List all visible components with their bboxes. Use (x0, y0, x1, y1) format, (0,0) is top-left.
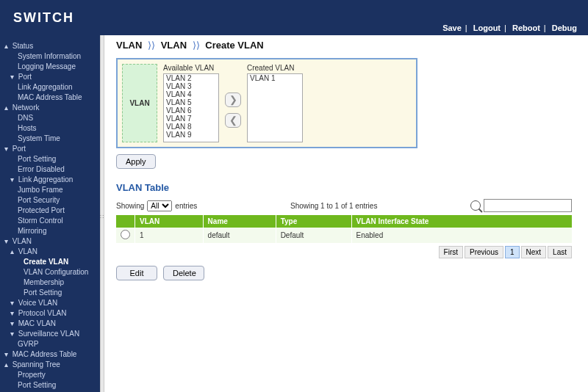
showing-prefix: Showing (116, 202, 144, 210)
vlan-table: VLAN Name Type VLAN Interface State 1def… (116, 215, 572, 243)
pager-next[interactable]: Next (521, 246, 547, 258)
sidebar-item-surveillance-vlan[interactable]: ▾ Surveillance VLAN (0, 329, 100, 339)
crumb-sep: ⟩⟩ (145, 40, 158, 51)
sidebar-item-gvrp[interactable]: GVRP (0, 339, 100, 349)
list-item[interactable]: VLAN 7 (164, 115, 218, 123)
sidebar-item-status[interactable]: ▴ Status (0, 41, 100, 51)
list-item[interactable]: VLAN 2 (164, 74, 218, 82)
crumb-1: VLAN (161, 40, 187, 51)
cell-vlan: 1 (135, 228, 204, 243)
sidebar-item-vlan[interactable]: ▾ VLAN (0, 236, 100, 247)
sidebar-item-spanning-tree[interactable]: ▴ Spanning Tree (0, 360, 100, 370)
pager-first[interactable]: First (439, 246, 463, 258)
sidebar-item-logging-message[interactable]: Logging Message (0, 62, 100, 72)
list-item[interactable]: VLAN 8 (164, 123, 218, 131)
col-vlan[interactable]: VLAN (135, 215, 204, 228)
crumb-sep: ⟩⟩ (190, 40, 203, 51)
list-item[interactable]: VLAN 6 (164, 106, 218, 115)
sidebar-item-port-setting[interactable]: Port Setting (0, 380, 100, 391)
cell-type: Default (276, 228, 351, 243)
sidebar-item-port[interactable]: ▾ Port (0, 72, 100, 82)
header-links: Save| Logout| Reboot| Debug (440, 23, 579, 32)
sidebar-item-vlan[interactable]: ▴ VLAN (0, 247, 100, 257)
link-reboot[interactable]: Reboot (510, 23, 542, 32)
logo: SWITCH (13, 10, 74, 26)
sidebar-item-link-aggregation[interactable]: Link Aggregation (0, 82, 100, 92)
search-input[interactable] (484, 199, 572, 212)
sidebar-item-mac-vlan[interactable]: ▾ MAC VLAN (0, 319, 100, 329)
sidebar-item-system-time[interactable]: System Time (0, 134, 100, 144)
sidebar-item-protocol-vlan[interactable]: ▾ Protocol VLAN (0, 308, 100, 319)
splitter[interactable] (100, 35, 104, 392)
edit-button[interactable]: Edit (116, 266, 157, 280)
sidebar-item-storm-control[interactable]: Storm Control (0, 216, 100, 226)
pager-prev[interactable]: Previous (465, 246, 503, 258)
move-right-button[interactable]: ❯ (225, 92, 241, 107)
showing-range: Showing 1 to 1 of 1 entries (197, 202, 470, 210)
sidebar-item-mac-address-table[interactable]: ▾ MAC Address Table (0, 349, 100, 360)
list-item[interactable]: VLAN 1 (248, 74, 302, 82)
sidebar-item-system-information[interactable]: System Information (0, 51, 100, 62)
vlan-label-cell: VLAN (122, 64, 157, 142)
showing-suffix: entries (175, 202, 197, 210)
sidebar: ▴ StatusSystem InformationLogging Messag… (0, 35, 100, 392)
sidebar-item-membership[interactable]: Membership (0, 277, 100, 288)
table-controls: Showing All entries Showing 1 to 1 of 1 … (116, 199, 572, 212)
sidebar-item-port-setting[interactable]: Port Setting (0, 288, 100, 298)
sidebar-item-vlan-configuration[interactable]: VLAN Configuration (0, 267, 100, 277)
sidebar-item-create-vlan[interactable]: Create VLAN (0, 257, 100, 267)
sidebar-item-mirroring[interactable]: Mirroring (0, 226, 100, 236)
link-debug[interactable]: Debug (550, 23, 579, 32)
table-row: 1defaultDefaultEnabled (116, 228, 572, 243)
sidebar-item-network[interactable]: ▴ Network (0, 103, 100, 113)
col-name[interactable]: Name (203, 215, 276, 228)
vlan-table-title: VLAN Table (116, 182, 579, 193)
move-left-button[interactable]: ❮ (225, 113, 241, 128)
sidebar-item-error-disabled[interactable]: Error Disabled (0, 164, 100, 175)
list-item[interactable]: VLAN 5 (164, 98, 218, 106)
available-vlan-list[interactable]: VLAN 2VLAN 3VLAN 4VLAN 5VLAN 6VLAN 7VLAN… (163, 73, 219, 142)
list-item[interactable]: VLAN 4 (164, 90, 218, 98)
sidebar-item-port-security[interactable]: Port Security (0, 195, 100, 206)
sidebar-item-voice-vlan[interactable]: ▾ Voice VLAN (0, 298, 100, 308)
sidebar-item-dns[interactable]: DNS (0, 113, 100, 123)
crumb-2: Create VLAN (205, 40, 263, 51)
pager-page-1[interactable]: 1 (505, 246, 520, 258)
sidebar-item-jumbo-frame[interactable]: Jumbo Frame (0, 185, 100, 195)
row-select[interactable] (121, 230, 130, 239)
cell-name: default (203, 228, 276, 243)
sidebar-item-port[interactable]: ▾ Port (0, 144, 100, 154)
breadcrumb: VLAN ⟩⟩ VLAN ⟩⟩ Create VLAN (116, 40, 579, 51)
cell-state: Enabled (351, 228, 572, 243)
col-state[interactable]: VLAN Interface State (351, 215, 572, 228)
pager: First Previous 1 Next Last (116, 246, 572, 258)
list-item[interactable]: VLAN 3 (164, 82, 218, 90)
col-select (116, 215, 135, 228)
available-vlan-label: Available VLAN (163, 64, 219, 72)
list-item[interactable]: VLAN 9 (164, 131, 218, 139)
crumb-0: VLAN (116, 40, 142, 51)
col-type[interactable]: Type (276, 215, 351, 228)
pager-last[interactable]: Last (548, 246, 572, 258)
link-logout[interactable]: Logout (471, 23, 503, 32)
delete-button[interactable]: Delete (163, 266, 204, 280)
sidebar-item-property[interactable]: Property (0, 370, 100, 380)
sidebar-item-protected-port[interactable]: Protected Port (0, 206, 100, 216)
page-size-select[interactable]: All (147, 200, 172, 211)
main-content: VLAN ⟩⟩ VLAN ⟩⟩ Create VLAN VLAN Availab… (104, 35, 588, 392)
link-save[interactable]: Save (440, 23, 464, 32)
sidebar-item-port-setting[interactable]: Port Setting (0, 154, 100, 164)
created-vlan-list[interactable]: VLAN 1 (247, 73, 303, 142)
sidebar-item-link-aggregation[interactable]: ▾ Link Aggregation (0, 175, 100, 185)
vlan-panel: VLAN Available VLAN VLAN 2VLAN 3VLAN 4VL… (116, 58, 417, 148)
search-icon (470, 200, 481, 211)
created-vlan-label: Created VLAN (247, 64, 303, 72)
header: SWITCH Save| Logout| Reboot| Debug (0, 0, 588, 35)
sidebar-item-mac-address-table[interactable]: MAC Address Table (0, 92, 100, 103)
apply-button[interactable]: Apply (116, 154, 156, 169)
sidebar-item-hosts[interactable]: Hosts (0, 123, 100, 134)
